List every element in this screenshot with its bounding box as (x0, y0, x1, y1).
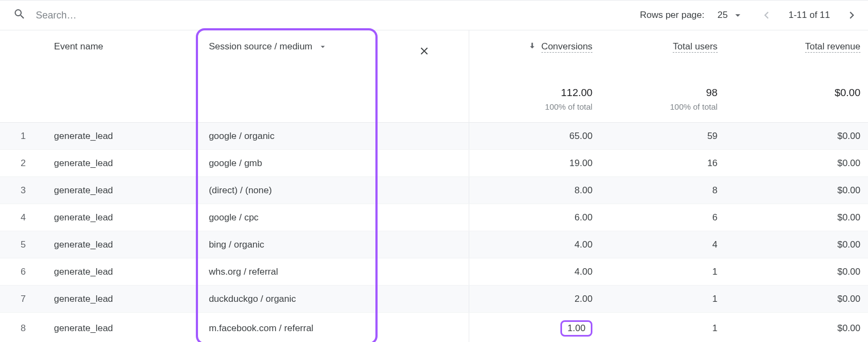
row-index: 2 (0, 150, 47, 177)
row-index: 8 (0, 313, 47, 343)
totals-users: 98 100% of total (600, 72, 725, 123)
col-total-users[interactable]: Total users (600, 30, 725, 72)
cell-total-users: 6 (600, 204, 725, 231)
data-table: Event name Session source / medium Conve… (0, 30, 868, 342)
totals-row: 112.00 100% of total 98 100% of total $0… (0, 72, 868, 123)
cell-dimension: (direct) / (none) (201, 177, 380, 204)
cell-event-name: generate_lead (47, 204, 201, 231)
cell-event-name: generate_lead (47, 177, 201, 204)
rows-per-page-select[interactable]: 25 (714, 7, 748, 23)
search-icon (13, 8, 36, 23)
cell-spacer (380, 123, 469, 150)
table-row[interactable]: 7generate_leadduckduckgo / organic2.001$… (0, 286, 868, 313)
cell-dimension: google / organic (201, 123, 380, 150)
rows-per-page-value: 25 (718, 10, 728, 21)
cell-event-name: generate_lead (47, 313, 201, 343)
cell-total-revenue: $0.00 (725, 150, 868, 177)
header-row: Event name Session source / medium Conve… (0, 30, 868, 72)
cell-event-name: generate_lead (47, 258, 201, 286)
cell-conversions: 19.00 (469, 150, 600, 177)
remove-dimension-button[interactable] (414, 41, 434, 61)
totals-users-sub: 100% of total (608, 102, 717, 111)
totals-users-value: 98 (608, 87, 717, 99)
cell-conversions: 65.00 (469, 123, 600, 150)
cell-total-revenue: $0.00 (725, 123, 868, 150)
cell-dimension: google / gmb (201, 150, 380, 177)
cell-dimension: duckduckgo / organic (201, 286, 380, 313)
totals-conversions: 112.00 100% of total (469, 72, 600, 123)
row-index: 4 (0, 204, 47, 231)
row-index: 7 (0, 286, 47, 313)
cell-event-name: generate_lead (47, 123, 201, 150)
cell-total-users: 16 (600, 150, 725, 177)
cell-total-users: 1 (600, 286, 725, 313)
cell-total-revenue: $0.00 (725, 177, 868, 204)
cell-conversions: 8.00 (469, 177, 600, 204)
totals-conversions-value: 112.00 (477, 87, 592, 99)
table-row[interactable]: 8generate_leadm.facebook.com / referral1… (0, 313, 868, 343)
cell-conversions: 4.00 (469, 258, 600, 286)
table-row[interactable]: 6generate_leadwhs.org / referral4.001$0.… (0, 258, 868, 286)
cell-total-revenue: $0.00 (725, 258, 868, 286)
row-index: 6 (0, 258, 47, 286)
col-index (0, 30, 47, 72)
cell-spacer (380, 150, 469, 177)
sort-desc-icon (528, 41, 537, 53)
col-conversions[interactable]: Conversions (469, 30, 600, 72)
totals-revenue-value: $0.00 (733, 87, 860, 99)
cell-total-revenue: $0.00 (725, 204, 868, 231)
col-event-name[interactable]: Event name (47, 30, 201, 72)
cell-spacer (380, 286, 469, 313)
col-dimension[interactable]: Session source / medium (201, 30, 380, 72)
report-container: Rows per page: 25 1-11 of 11 Event name (0, 0, 868, 342)
dimension-label: Session source / medium (209, 41, 312, 52)
cell-spacer (380, 313, 469, 343)
cell-dimension: bing / organic (201, 231, 380, 258)
rows-per-page-label: Rows per page: (640, 10, 704, 21)
cell-event-name: generate_lead (47, 286, 201, 313)
cell-spacer (380, 231, 469, 258)
cell-conversions: 1.00 (469, 313, 600, 343)
dimension-dropdown[interactable]: Session source / medium (209, 41, 372, 52)
cell-total-revenue: $0.00 (725, 313, 868, 343)
cell-conversions: 2.00 (469, 286, 600, 313)
table-toolbar: Rows per page: 25 1-11 of 11 (0, 0, 868, 30)
row-index: 5 (0, 231, 47, 258)
cell-total-users: 1 (600, 313, 725, 343)
cell-dimension: m.facebook.com / referral (201, 313, 380, 343)
col-total-revenue-label: Total revenue (805, 41, 860, 53)
totals-revenue: $0.00 (725, 72, 868, 123)
prev-page-button[interactable] (757, 5, 776, 25)
col-remove-dimension (380, 30, 469, 72)
table-row[interactable]: 3generate_lead(direct) / (none)8.008$0.0… (0, 177, 868, 204)
col-total-revenue[interactable]: Total revenue (725, 30, 868, 72)
col-conversions-label: Conversions (541, 41, 593, 53)
table-row[interactable]: 2generate_leadgoogle / gmb19.0016$0.00 (0, 150, 868, 177)
cell-conversions: 4.00 (469, 231, 600, 258)
search-input[interactable] (36, 10, 199, 21)
cell-total-users: 4 (600, 231, 725, 258)
page-range: 1-11 of 11 (788, 10, 830, 21)
chevron-right-icon (845, 8, 859, 22)
cell-total-revenue: $0.00 (725, 231, 868, 258)
cell-dimension: google / cpc (201, 204, 380, 231)
chevron-left-icon (760, 8, 774, 22)
cell-event-name: generate_lead (47, 150, 201, 177)
table-row[interactable]: 4generate_leadgoogle / cpc6.006$0.00 (0, 204, 868, 231)
row-index: 1 (0, 123, 47, 150)
cell-total-users: 59 (600, 123, 725, 150)
next-page-button[interactable] (842, 5, 861, 25)
cell-total-users: 1 (600, 258, 725, 286)
cell-spacer (380, 204, 469, 231)
chevron-down-icon (732, 9, 744, 21)
cell-spacer (380, 177, 469, 204)
table-row[interactable]: 1generate_leadgoogle / organic65.0059$0.… (0, 123, 868, 150)
totals-conversions-sub: 100% of total (477, 102, 592, 111)
cell-total-users: 8 (600, 177, 725, 204)
chevron-down-icon (318, 42, 328, 52)
cell-total-revenue: $0.00 (725, 286, 868, 313)
table-row[interactable]: 5generate_leadbing / organic4.004$0.00 (0, 231, 868, 258)
cell-dimension: whs.org / referral (201, 258, 380, 286)
cell-event-name: generate_lead (47, 231, 201, 258)
row-index: 3 (0, 177, 47, 204)
